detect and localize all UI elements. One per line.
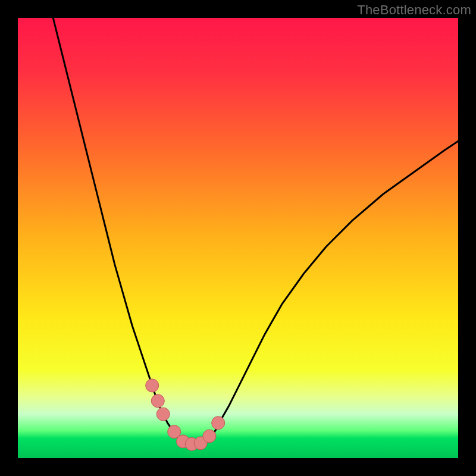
data-marker — [212, 416, 225, 430]
chart-frame: TheBottleneck.com — [0, 0, 476, 476]
data-marker — [156, 408, 170, 421]
gradient-background — [18, 18, 458, 458]
data-marker — [203, 430, 216, 443]
data-marker — [146, 379, 159, 392]
data-marker — [151, 394, 164, 408]
bottleneck-chart — [18, 18, 458, 458]
watermark-label: TheBottleneck.com — [357, 2, 471, 18]
